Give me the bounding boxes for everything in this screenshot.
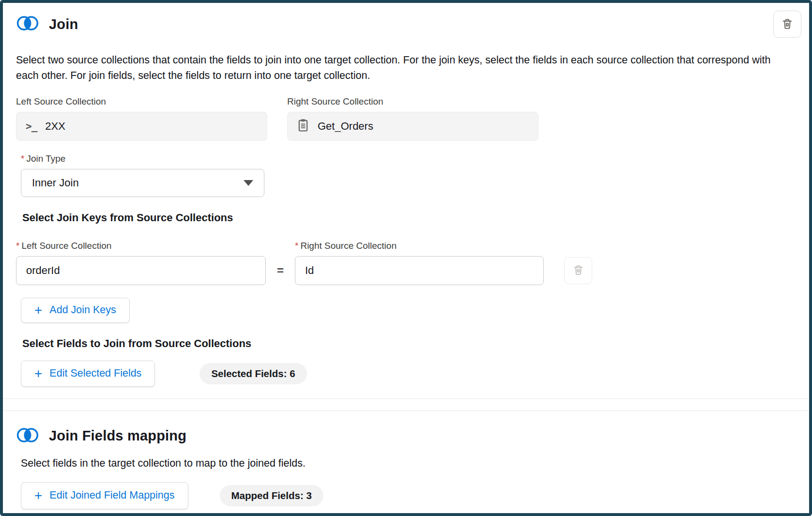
delete-join-button[interactable] <box>773 11 801 38</box>
chevron-down-icon <box>244 180 253 186</box>
join-type-group: *Join Type Inner Join <box>21 153 795 197</box>
plus-icon: + <box>34 304 42 317</box>
source-collections-row: Left Source Collection >_ 2XX Right Sour… <box>16 96 795 141</box>
join-card-title: Join <box>49 16 78 32</box>
required-marker: * <box>16 241 19 251</box>
right-source-label: Right Source Collection <box>287 96 538 107</box>
plus-icon: + <box>34 489 42 502</box>
join-config-panel: Join Select two source collections that … <box>0 0 812 516</box>
left-source-field[interactable]: >_ 2XX <box>16 112 267 141</box>
join-circles-icon <box>16 425 39 447</box>
required-marker: * <box>295 241 298 251</box>
left-source-collection: Left Source Collection >_ 2XX <box>16 96 267 141</box>
mapping-actions: + Edit Joined Field Mappings Mapped Fiel… <box>21 482 795 509</box>
mapping-card-title: Join Fields mapping <box>49 428 186 444</box>
plus-icon: + <box>34 367 42 380</box>
edit-selected-fields-label: Edit Selected Fields <box>49 367 141 379</box>
join-fields-heading: Select Fields to Join from Source Collec… <box>22 337 795 350</box>
mapping-card: Join Fields mapping Select fields in the… <box>16 411 795 509</box>
join-key-left-input[interactable] <box>16 256 266 285</box>
left-source-label: Left Source Collection <box>16 96 267 107</box>
join-type-dropdown[interactable]: Inner Join <box>21 169 264 197</box>
right-source-collection: Right Source Collection Get_Orders <box>287 96 538 141</box>
trash-icon <box>781 17 794 31</box>
edit-joined-field-mappings-label: Edit Joined Field Mappings <box>49 489 174 501</box>
join-type-label: *Join Type <box>21 153 795 164</box>
mapping-card-description: Select fields in the target collection t… <box>21 457 795 470</box>
join-key-right-label: *Right Source Collection <box>295 241 397 251</box>
join-circles-icon <box>16 14 39 35</box>
join-key-right-input[interactable] <box>295 256 544 285</box>
trash-icon <box>572 264 584 277</box>
edit-joined-field-mappings-button[interactable]: + Edit Joined Field Mappings <box>21 482 188 509</box>
join-fields-actions: + Edit Selected Fields Selected Fields: … <box>21 361 795 387</box>
join-card-description: Select two source collections that conta… <box>16 52 795 84</box>
right-source-field[interactable]: Get_Orders <box>287 112 538 141</box>
clipboard-icon <box>297 118 309 134</box>
required-marker: * <box>21 153 24 164</box>
mapped-fields-badge: Mapped Fields: 3 <box>220 485 323 506</box>
terminal-prompt-icon: >_ <box>26 121 37 132</box>
add-join-keys-label: Add Join Keys <box>49 304 116 316</box>
join-key-left-label: *Left Source Collection <box>16 241 295 251</box>
right-source-value: Get_Orders <box>318 120 373 133</box>
join-keys-heading: Select Join Keys from Source Collections <box>22 212 795 224</box>
join-key-row: = <box>16 256 795 285</box>
selected-fields-badge: Selected Fields: 6 <box>199 363 306 384</box>
edit-selected-fields-button[interactable]: + Edit Selected Fields <box>21 361 155 387</box>
equals-operator: = <box>266 264 295 277</box>
card-divider <box>3 398 809 411</box>
add-join-keys-button[interactable]: + Add Join Keys <box>21 298 130 323</box>
join-key-labels-row: *Left Source Collection *Right Source Co… <box>16 241 795 251</box>
delete-join-key-button[interactable] <box>564 257 592 284</box>
left-source-value: 2XX <box>45 120 65 133</box>
join-card-header: Join <box>16 11 795 38</box>
join-type-value: Inner Join <box>32 177 79 189</box>
